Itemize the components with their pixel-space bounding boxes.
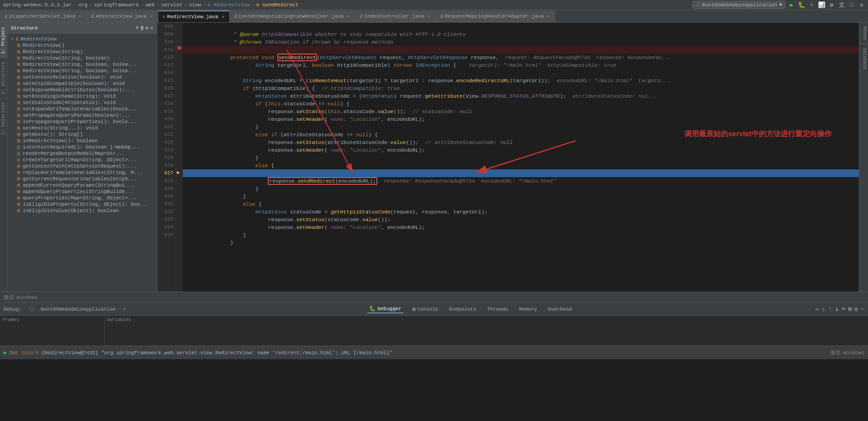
tab-close-index[interactable]: ✕	[428, 14, 431, 19]
tree-item-queryproperties[interactable]: m queryProperties(Map<String, Object>...	[7, 195, 157, 201]
breadcrumb-sendredirect[interactable]: ⊙ sendRedirect	[256, 2, 298, 8]
settings-sidebar-icon[interactable]: ⚙	[146, 25, 149, 31]
console-tab-label: Console	[417, 307, 438, 312]
step-out-icon[interactable]: ↑	[828, 306, 832, 313]
coverage-button[interactable]: ⚡	[808, 1, 815, 9]
debug-tab-overhead[interactable]: Overhead	[546, 306, 574, 313]
debug-close-tab[interactable]: ✕	[123, 306, 126, 312]
sort-icon[interactable]: ≡	[136, 25, 139, 31]
tree-item-constructor3[interactable]: m RedirectView(String, boolean)	[7, 55, 157, 61]
run-config[interactable]: ⬡ Boot05WebAdminApplication ▼	[692, 1, 785, 9]
breadcrumb-org[interactable]: org	[78, 2, 87, 8]
step-into-icon[interactable]: ↓	[822, 306, 825, 313]
tree-item-setexpose[interactable]: m setExposeModelAttributes(boolean):...	[7, 87, 157, 93]
code-line-614: String encodedURL = (isRemoteHost(target…	[183, 69, 859, 77]
profile-button[interactable]: 📊	[818, 1, 825, 9]
side-tab-project[interactable]: 1: Project	[0, 23, 7, 58]
side-tab-favorites[interactable]: 2: Favorites	[0, 98, 7, 139]
tree-item-setcontextrelative[interactable]: m setContextRelative(boolean): void	[7, 74, 157, 80]
debug-tab-endpoints[interactable]: Endpoints	[447, 306, 478, 313]
right-panel-database[interactable]: Database	[859, 44, 868, 73]
tree-item-class[interactable]: ▾ C RedirectView	[7, 35, 157, 42]
tab-requestmapping[interactable]: J RequestMappingHandlerAdapter.java ✕	[436, 10, 555, 22]
tree-item-gethosts[interactable]: m getHosts(): String[]	[7, 131, 157, 138]
tree-item-setexpanduri[interactable]: m setExpandUriTemplateVariables(boole...	[7, 106, 157, 112]
tab-close-dispatcher[interactable]: ✕	[79, 14, 81, 19]
close-debug-panel-icon[interactable]: —	[861, 306, 864, 312]
layout-icon[interactable]: ⊞	[848, 305, 852, 313]
method-icon-22: m	[16, 177, 21, 182]
tab-close-mapping[interactable]: ✕	[547, 14, 550, 19]
run-button[interactable]: ▶	[788, 1, 795, 9]
run-to-cursor-icon[interactable]: ↡	[835, 305, 838, 313]
breadcrumb-view[interactable]: view	[189, 2, 201, 8]
breadcrumb-item-jar[interactable]: spring-webmvc-5.3.2.jar	[3, 2, 72, 8]
debug-tab-memory[interactable]: Memory	[517, 306, 539, 313]
tab-abstractview[interactable]: J AbstractView.java ✕	[86, 10, 158, 22]
threads-tab-label: Threads	[487, 307, 508, 312]
maximize-button[interactable]: □	[848, 1, 855, 9]
tab-close-redirect[interactable]: ✕	[222, 14, 225, 20]
tree-item-iseligiblevalue[interactable]: m isEligibleValue(Object): boolean	[7, 208, 157, 214]
code-line-623: response.setHeader( name: "Location", en…	[183, 139, 859, 146]
tree-item-getcontextpath[interactable]: m getContextPath(HttpServletRequest):...	[7, 163, 157, 169]
tree-item-iseligibleproperty[interactable]: m isEligibleProperty(String, Object): bo…	[7, 201, 157, 208]
tree-item-constructor1[interactable]: m RedirectView()	[7, 42, 157, 49]
code-line-613	[183, 61, 859, 69]
tab-close-abstract[interactable]: ✕	[151, 14, 153, 19]
tree-item-appendcurrent[interactable]: m appendCurrentQueryParams(StringBui...	[7, 182, 157, 188]
right-panel-maven[interactable]: Maven	[859, 23, 868, 44]
tab-indexcontroller[interactable]: J IndexController.java ✕	[355, 10, 436, 22]
tree-label-10: setStatusCode(HttpStatus): void	[23, 100, 116, 105]
tree-label-22: getCurrentRequestUriVariables(HttpS...	[23, 176, 137, 182]
side-tab-structure[interactable]: 2: Structure	[0, 58, 7, 98]
tab-contentnegotiating[interactable]: J ContentNegotiatingViewResolver.java ✕	[230, 10, 355, 22]
run-config-dropdown-icon[interactable]: ▼	[779, 2, 782, 8]
tree-item-isredirectview[interactable]: m isRedirectView(): boolean	[7, 138, 157, 144]
tab-dispatcherservlet[interactable]: J DispatcherServlet.java ✕	[0, 10, 86, 22]
tree-label-2: RedirectView(String)	[23, 49, 83, 54]
tree-item-iscontextrequired[interactable]: p isContextRequired(): boolean [!WebAp..…	[7, 144, 157, 150]
tab-label-abstract: AbstractView.java	[95, 14, 146, 19]
tree-item-setencodingscheme[interactable]: m setEncodingScheme(String): void	[7, 93, 157, 99]
tree-item-appendquery[interactable]: m appendQueryProperties(StringBuilde...	[7, 188, 157, 195]
tree-label-19: createTargetUrl(Map<String, Object>...	[23, 157, 137, 163]
tab-redirectview[interactable]: ⊙ RedirectView.java ✕	[158, 10, 230, 22]
tree-item-constructor2[interactable]: m RedirectView(String)	[7, 49, 157, 55]
method-icon-4: m	[16, 62, 21, 67]
code-content[interactable]: * @param http10Compatible whether to sta…	[183, 23, 859, 292]
close-button[interactable]: ✕	[858, 1, 865, 9]
breadcrumb-springframework[interactable]: springframework	[94, 2, 139, 8]
tree-item-sethttp10[interactable]: m setHttp10Compatible(boolean): void	[7, 80, 157, 87]
breadcrumb-redirectview[interactable]: ⊙ RedirectView	[208, 2, 250, 8]
code-line-618: response.setStatus(this.statusCode.value…	[183, 100, 859, 108]
close-sidebar-icon[interactable]: ✕	[150, 25, 153, 31]
debug-running-label: ING	[9, 350, 18, 356]
tree-item-sethosts[interactable]: m setHosts(String...): void	[7, 125, 157, 131]
debug-button[interactable]: 🐛	[798, 1, 805, 9]
code-editor: 608 609 610 611 612 613 614 615 616 617 …	[157, 23, 859, 292]
tree-item-constructor5[interactable]: m RedirectView(String, boolean, bolea...	[7, 68, 157, 74]
tree-label-12: setPropagateQueryParams(boolean):...	[23, 113, 131, 118]
tree-item-setpropagate[interactable]: m setPropagateQueryParams(boolean):...	[7, 112, 157, 119]
tree-item-replaceuri[interactable]: m replaceUriTemplateVariables(String, M.…	[7, 169, 157, 176]
debug-tab-debugger[interactable]: 🐛 Debugger	[367, 305, 403, 313]
breadcrumb-web[interactable]: web	[146, 2, 155, 8]
tree-item-getcurrentrequest[interactable]: m getCurrentRequestUriVariables(HttpS...	[7, 176, 157, 182]
tree-item-ispropagate[interactable]: m isPropagateQueryProperties(): boole...	[7, 119, 157, 125]
tree-item-setstatuscode[interactable]: m setStatusCode(HttpStatus): void	[7, 99, 157, 106]
tab-close-content[interactable]: ✕	[347, 14, 350, 19]
tree-item-createtargeturl[interactable]: p createTargetUrl(Map<String, Object>...	[7, 157, 157, 163]
breakpoint-611[interactable]	[177, 46, 181, 50]
debug-tab-threads[interactable]: Threads	[485, 306, 510, 313]
settings-debug-icon[interactable]: ⚙	[854, 306, 858, 313]
tree-label-15: getHosts(): String[]	[23, 132, 83, 137]
settings-button[interactable]: ⚙	[828, 1, 835, 9]
evaluate-icon[interactable]: ⌨	[841, 305, 845, 313]
tree-item-constructor4[interactable]: m RedirectView(String, boolean, bolea...	[7, 61, 157, 68]
breadcrumb-servlet[interactable]: servlet	[161, 2, 182, 8]
sort2-icon[interactable]: ≣	[140, 25, 144, 31]
debug-tab-console[interactable]: ▤ Console	[411, 305, 440, 313]
step-over-icon[interactable]: ⇒	[815, 305, 819, 313]
tree-item-rendermerged[interactable]: p renderMergedOutputModel(Map<Str...	[7, 150, 157, 157]
